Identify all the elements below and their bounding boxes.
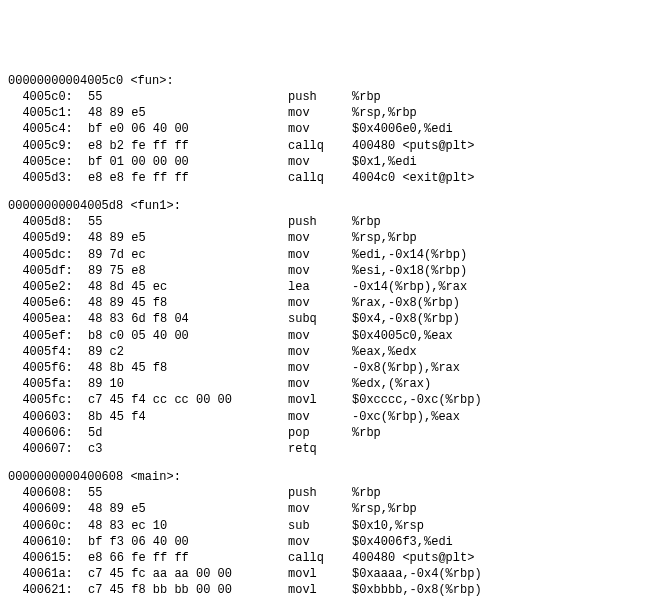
mnemonic: retq <box>288 441 352 457</box>
section-header: 0000000000400608 <main>: <box>8 469 647 485</box>
disassembly-listing: 00000000004005c0 <fun>: 4005c0:55push%rb… <box>8 73 647 598</box>
opcode-bytes: c7 45 f4 cc cc 00 00 <box>88 392 288 408</box>
asm-line: 400608:55push%rbp <box>8 485 647 501</box>
mnemonic: mov <box>288 247 352 263</box>
mnemonic: mov <box>288 376 352 392</box>
asm-line: 400621:c7 45 f8 bb bb 00 00movl$0xbbbb,-… <box>8 582 647 598</box>
opcode-bytes: c7 45 fc aa aa 00 00 <box>88 566 288 582</box>
asm-line: 4005c4:bf e0 06 40 00mov$0x4006e0,%edi <box>8 121 647 137</box>
operands: %rbp <box>352 485 381 501</box>
operands: $0x4006f3,%edi <box>352 534 453 550</box>
operands: %rax,-0x8(%rbp) <box>352 295 460 311</box>
address: 4005e6: <box>8 295 88 311</box>
address: 40060c: <box>8 518 88 534</box>
mnemonic: mov <box>288 154 352 170</box>
opcode-bytes: 89 10 <box>88 376 288 392</box>
address: 4005c0: <box>8 89 88 105</box>
address: 4005f4: <box>8 344 88 360</box>
address: 40061a: <box>8 566 88 582</box>
address: 4005e2: <box>8 279 88 295</box>
opcode-bytes: 48 83 ec 10 <box>88 518 288 534</box>
mnemonic: mov <box>288 121 352 137</box>
address: 400603: <box>8 409 88 425</box>
asm-line: 4005c9:e8 b2 fe ff ffcallq400480 <puts@p… <box>8 138 647 154</box>
mnemonic: callq <box>288 170 352 186</box>
mnemonic: pop <box>288 425 352 441</box>
asm-line: 4005e6:48 89 45 f8mov%rax,-0x8(%rbp) <box>8 295 647 311</box>
address: 400621: <box>8 582 88 598</box>
opcode-bytes: 55 <box>88 89 288 105</box>
address: 4005c1: <box>8 105 88 121</box>
address: 400607: <box>8 441 88 457</box>
opcode-bytes: bf 01 00 00 00 <box>88 154 288 170</box>
operands: $0x4,-0x8(%rbp) <box>352 311 460 327</box>
asm-line: 4005d8:55push%rbp <box>8 214 647 230</box>
asm-line: 4005f6:48 8b 45 f8mov-0x8(%rbp),%rax <box>8 360 647 376</box>
mnemonic: push <box>288 89 352 105</box>
opcode-bytes: 48 8d 45 ec <box>88 279 288 295</box>
operands: %edi,-0x14(%rbp) <box>352 247 467 263</box>
opcode-bytes: 89 75 e8 <box>88 263 288 279</box>
operands: %rsp,%rbp <box>352 501 417 517</box>
operands: %rbp <box>352 425 381 441</box>
operands: $0x1,%edi <box>352 154 417 170</box>
opcode-bytes: 48 89 e5 <box>88 230 288 246</box>
mnemonic: mov <box>288 360 352 376</box>
address: 4005d9: <box>8 230 88 246</box>
mnemonic: mov <box>288 263 352 279</box>
opcode-bytes: e8 b2 fe ff ff <box>88 138 288 154</box>
mnemonic: lea <box>288 279 352 295</box>
asm-line: 400615:e8 66 fe ff ffcallq400480 <puts@p… <box>8 550 647 566</box>
asm-line: 4005ce:bf 01 00 00 00mov$0x1,%edi <box>8 154 647 170</box>
opcode-bytes: 55 <box>88 485 288 501</box>
asm-line: 4005c0:55push%rbp <box>8 89 647 105</box>
opcode-bytes: 48 8b 45 f8 <box>88 360 288 376</box>
address: 400610: <box>8 534 88 550</box>
operands: $0xaaaa,-0x4(%rbp) <box>352 566 482 582</box>
mnemonic: movl <box>288 392 352 408</box>
operands: %rbp <box>352 214 381 230</box>
asm-line: 4005d9:48 89 e5mov%rsp,%rbp <box>8 230 647 246</box>
mnemonic: mov <box>288 328 352 344</box>
opcode-bytes: 48 89 e5 <box>88 105 288 121</box>
mnemonic: callq <box>288 550 352 566</box>
mnemonic: mov <box>288 105 352 121</box>
address: 4005f6: <box>8 360 88 376</box>
mnemonic: movl <box>288 566 352 582</box>
mnemonic: mov <box>288 295 352 311</box>
opcode-bytes: 48 89 45 f8 <box>88 295 288 311</box>
asm-line: 4005c1:48 89 e5mov%rsp,%rbp <box>8 105 647 121</box>
asm-line: 400603:8b 45 f4mov-0xc(%rbp),%eax <box>8 409 647 425</box>
opcode-bytes: 48 83 6d f8 04 <box>88 311 288 327</box>
opcode-bytes: c3 <box>88 441 288 457</box>
asm-line: 4005d3:e8 e8 fe ff ffcallq4004c0 <exit@p… <box>8 170 647 186</box>
operands: -0x14(%rbp),%rax <box>352 279 467 295</box>
address: 4005dc: <box>8 247 88 263</box>
asm-line: 4005ea:48 83 6d f8 04subq$0x4,-0x8(%rbp) <box>8 311 647 327</box>
address: 4005fc: <box>8 392 88 408</box>
operands: %eax,%edx <box>352 344 417 360</box>
mnemonic: subq <box>288 311 352 327</box>
asm-line: 400606:5dpop%rbp <box>8 425 647 441</box>
asm-line: 4005fa:89 10mov%edx,(%rax) <box>8 376 647 392</box>
mnemonic: movl <box>288 582 352 598</box>
operands: %rbp <box>352 89 381 105</box>
asm-line: 40060c:48 83 ec 10sub$0x10,%rsp <box>8 518 647 534</box>
opcode-bytes: 89 c2 <box>88 344 288 360</box>
operands: -0xc(%rbp),%eax <box>352 409 460 425</box>
operands: $0xcccc,-0xc(%rbp) <box>352 392 482 408</box>
operands: %edx,(%rax) <box>352 376 431 392</box>
asm-line: 400610:bf f3 06 40 00mov$0x4006f3,%edi <box>8 534 647 550</box>
opcode-bytes: c7 45 f8 bb bb 00 00 <box>88 582 288 598</box>
opcode-bytes: 89 7d ec <box>88 247 288 263</box>
opcode-bytes: b8 c0 05 40 00 <box>88 328 288 344</box>
operands: $0x4005c0,%eax <box>352 328 453 344</box>
opcode-bytes: bf f3 06 40 00 <box>88 534 288 550</box>
operands: %esi,-0x18(%rbp) <box>352 263 467 279</box>
mnemonic: mov <box>288 344 352 360</box>
address: 4005fa: <box>8 376 88 392</box>
asm-line: 40061a:c7 45 fc aa aa 00 00movl$0xaaaa,-… <box>8 566 647 582</box>
address: 4005ef: <box>8 328 88 344</box>
address: 4005ea: <box>8 311 88 327</box>
operands: $0x4006e0,%edi <box>352 121 453 137</box>
